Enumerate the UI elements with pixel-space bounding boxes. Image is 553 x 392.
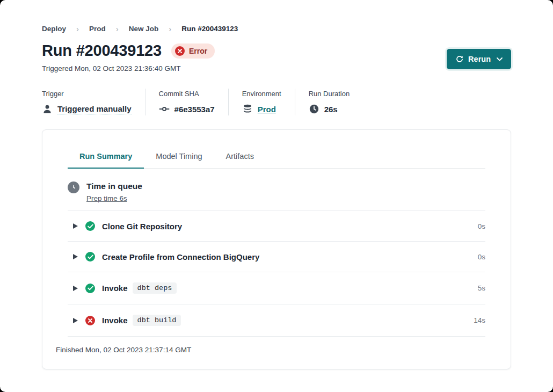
caret-right-icon[interactable]: [73, 286, 78, 291]
success-check-icon: [85, 284, 95, 293]
database-icon: [242, 104, 253, 114]
meta-duration-label: Run Duration: [309, 90, 350, 98]
chevron-right-icon: ›: [169, 24, 171, 33]
breadcrumb-prod[interactable]: Prod: [89, 25, 106, 33]
step-title: Invoke: [102, 316, 128, 325]
meta-trigger-label: Trigger: [42, 90, 132, 98]
breadcrumb: Deploy › Prod › New Job › Run #200439123: [42, 24, 511, 33]
clock-icon: [309, 104, 319, 114]
meta-commit-sha: Commit SHA #6e3553a7: [145, 89, 228, 115]
commit-icon: [159, 104, 170, 114]
step-duration: 0s: [478, 253, 485, 261]
rerun-button-label: Rerun: [468, 55, 491, 63]
run-meta-strip: Trigger Triggered manually Commit SHA #6…: [42, 89, 511, 115]
divider: [68, 336, 485, 337]
step-title: Clone Git Repository: [102, 222, 182, 231]
commit-sha-value: #6e3553a7: [174, 105, 215, 114]
run-detail-page: Deploy › Prod › New Job › Run #200439123…: [0, 0, 553, 392]
error-circle-icon: [85, 316, 95, 325]
step-title: Create Profile from Connection BigQuery: [102, 252, 259, 262]
success-check-icon: [85, 252, 95, 262]
step-duration: 5s: [478, 284, 485, 292]
caret-right-icon[interactable]: [73, 318, 78, 323]
error-circle-icon: [175, 46, 185, 56]
status-badge-label: Error: [189, 47, 207, 55]
run-duration-value: 26s: [324, 105, 338, 114]
breadcrumb-current-run: Run #200439123: [181, 25, 238, 33]
person-icon: [42, 104, 53, 114]
breadcrumb-new-job[interactable]: New Job: [129, 25, 159, 33]
tab-artifacts[interactable]: Artifacts: [214, 145, 266, 169]
chevron-right-icon: ›: [76, 24, 79, 33]
step-row-invoke-dbt-deps[interactable]: Invoke dbt deps 5s: [68, 272, 485, 304]
queue-title: Time in queue: [86, 182, 142, 191]
meta-trigger: Trigger Triggered manually: [42, 89, 145, 115]
clock-icon: [68, 182, 79, 193]
environment-link[interactable]: Prod: [258, 105, 276, 114]
meta-commit-label: Commit SHA: [159, 90, 215, 98]
breadcrumb-deploy[interactable]: Deploy: [42, 25, 66, 33]
step-row-clone-git[interactable]: Clone Git Repository 0s: [68, 211, 485, 241]
chevron-down-icon: [497, 57, 503, 61]
status-badge: Error: [171, 43, 215, 59]
finished-timestamp: Finished Mon, 02 Oct 2023 21:37:14 GMT: [56, 346, 497, 369]
refresh-icon: [455, 55, 463, 63]
step-title: Invoke: [102, 284, 128, 293]
step-duration: 14s: [474, 316, 485, 324]
meta-environment-label: Environment: [242, 90, 281, 98]
trigger-value[interactable]: Triggered manually: [57, 104, 132, 114]
step-command-chip: dbt build: [133, 315, 181, 326]
caret-right-icon[interactable]: [73, 223, 78, 229]
time-in-queue-section: Time in queue Prep time 6s: [68, 169, 485, 210]
caret-right-icon[interactable]: [73, 254, 78, 259]
title-row: Run #200439123 Error: [42, 42, 511, 60]
tab-run-summary[interactable]: Run Summary: [68, 145, 144, 169]
tab-model-timing[interactable]: Model Timing: [144, 145, 214, 169]
step-duration: 0s: [478, 222, 485, 230]
meta-environment: Environment Prod: [228, 89, 295, 115]
page-title: Run #200439123: [42, 42, 162, 60]
success-check-icon: [85, 221, 95, 231]
step-row-invoke-dbt-build[interactable]: Invoke dbt build 14s: [68, 304, 485, 336]
meta-run-duration: Run Duration 26s: [295, 89, 363, 115]
step-command-chip: dbt deps: [133, 282, 177, 294]
tab-bar: Run Summary Model Timing Artifacts: [68, 145, 485, 169]
rerun-button[interactable]: Rerun: [447, 49, 511, 69]
step-row-create-profile[interactable]: Create Profile from Connection BigQuery …: [68, 242, 485, 272]
triggered-timestamp: Triggered Mon, 02 Oct 2023 21:36:40 GMT: [42, 64, 511, 72]
prep-time-link[interactable]: Prep time 6s: [86, 194, 127, 202]
run-summary-card: Run Summary Model Timing Artifacts Time …: [42, 129, 511, 369]
chevron-right-icon: ›: [116, 24, 119, 33]
